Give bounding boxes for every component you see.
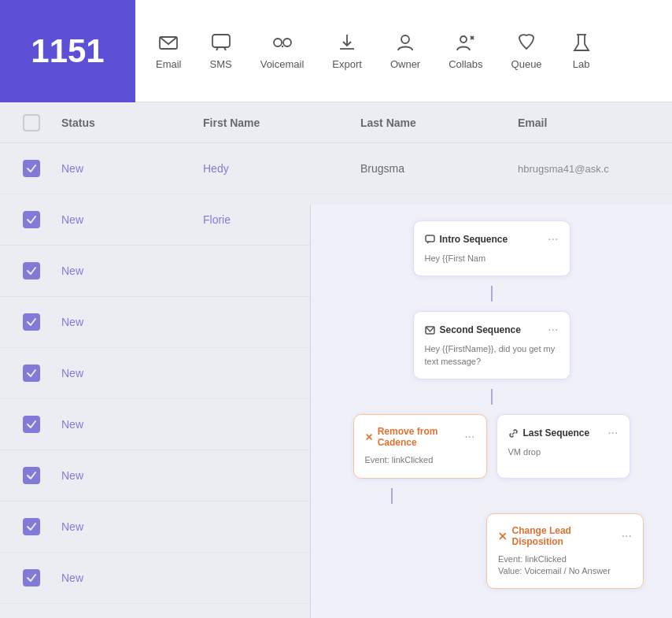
nav-item-export[interactable]: Export [319, 25, 375, 76]
connector-line [491, 286, 493, 302]
nav-label-export: Export [332, 58, 362, 70]
svg-rect-8 [426, 235, 434, 242]
svg-point-6 [460, 36, 467, 43]
flow-card-title-remove: Remove from Cadence [365, 426, 465, 448]
nav-item-lab[interactable]: Lab [558, 25, 605, 76]
flow-card-change: Change Lead Disposition ··· Event: linkC… [486, 513, 644, 590]
flow-panel: Intro Sequence ··· Hey {{First Nam Secon… [310, 205, 672, 618]
nav-item-queue[interactable]: Queue [499, 25, 555, 76]
nav-items: Email SMS Voicemail [135, 0, 613, 102]
email-small-icon [425, 325, 435, 335]
svg-point-2 [274, 39, 282, 46]
nav-item-collabs[interactable]: Collabs [436, 25, 495, 76]
nav-label-collabs: Collabs [449, 58, 482, 70]
flow-card-body-last: VM drop [508, 446, 618, 458]
comment-icon [425, 235, 435, 245]
nav-item-sms[interactable]: SMS [198, 25, 245, 76]
svg-rect-1 [212, 35, 230, 47]
logo-number: 1151 [31, 32, 104, 70]
flow-card-remove: Remove from Cadence ··· Event: linkClick… [353, 414, 487, 478]
nav-label-queue: Queue [511, 58, 542, 70]
nav-item-owner[interactable]: Owner [378, 25, 433, 76]
queue-icon [515, 31, 537, 54]
connector-line [491, 389, 493, 405]
nav-item-email[interactable]: Email [143, 25, 194, 76]
flow-branch-row: Remove from Cadence ··· Event: linkClick… [323, 414, 659, 478]
owner-icon [394, 31, 416, 54]
nav-item-voicemail[interactable]: Voicemail [248, 25, 317, 76]
card-menu-dots-change[interactable]: ··· [622, 529, 632, 543]
header: 1151 Email SMS [0, 0, 672, 102]
export-icon [336, 31, 358, 54]
card-menu-dots-intro[interactable]: ··· [548, 232, 558, 246]
nav-label-owner: Owner [390, 58, 420, 70]
card-menu-dots-remove[interactable]: ··· [464, 430, 474, 444]
link-icon [508, 428, 519, 439]
flow-card-header-change: Change Lead Disposition ··· [498, 525, 632, 547]
flow-panel-overlay: Intro Sequence ··· Hey {{First Nam Secon… [0, 102, 672, 618]
svg-point-5 [401, 35, 409, 43]
collabs-icon [455, 31, 477, 54]
email-icon [157, 31, 179, 54]
logo-box: 1151 [0, 0, 135, 102]
flow-card-second: Second Sequence ··· Hey {{FirstName}}, d… [413, 311, 570, 379]
nav-label-lab: Lab [573, 58, 590, 70]
connector-line [391, 488, 393, 504]
flow-card-body-remove: Event: linkClicked [365, 454, 475, 466]
flow-card-title-last: Last Sequence [508, 427, 590, 439]
card-menu-dots-last[interactable]: ··· [607, 426, 618, 440]
flow-card-title-change: Change Lead Disposition [498, 525, 622, 547]
flow-card-header-last: Last Sequence ··· [508, 426, 618, 440]
nav-label-email: Email [156, 58, 182, 70]
card-menu-dots-second[interactable]: ··· [548, 323, 558, 337]
voicemail-icon [271, 31, 294, 54]
nav-label-sms: SMS [210, 58, 232, 70]
x-icon [365, 432, 373, 442]
x-icon-change [498, 531, 508, 541]
svg-point-3 [283, 39, 291, 46]
table-container: Status First Name Last Name Email New He… [0, 102, 672, 618]
flow-card-title-intro: Intro Sequence [425, 234, 508, 245]
lab-icon [570, 31, 593, 54]
flow-card-header-intro: Intro Sequence ··· [425, 232, 559, 246]
flow-card-header-second: Second Sequence ··· [425, 323, 559, 337]
flow-card-header-remove: Remove from Cadence ··· [365, 426, 475, 448]
flow-card-body-change: Event: linkClicked Value: Voicemail / No… [498, 553, 632, 578]
flow-card-body-intro: Hey {{First Nam [425, 253, 559, 265]
flow-card-body-second: Hey {{FirstName}}, did you get my text m… [425, 343, 559, 368]
sms-icon [210, 31, 232, 54]
nav-label-voicemail: Voicemail [260, 58, 305, 70]
flow-card-intro: Intro Sequence ··· Hey {{First Nam [413, 220, 570, 276]
flow-card-last: Last Sequence ··· VM drop [497, 414, 630, 478]
flow-card-title-second: Second Sequence [425, 324, 521, 335]
